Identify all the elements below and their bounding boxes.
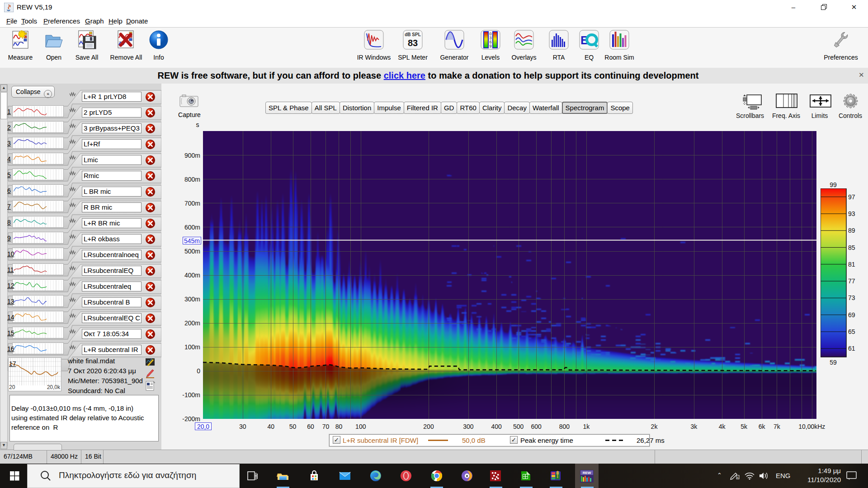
svg-text:x: x [737, 476, 739, 479]
svg-text:REW: REW [583, 471, 591, 475]
svg-text:9: 9 [489, 44, 491, 48]
svg-text:dB SPL: dB SPL [405, 32, 421, 37]
svg-text:83: 83 [408, 38, 418, 48]
